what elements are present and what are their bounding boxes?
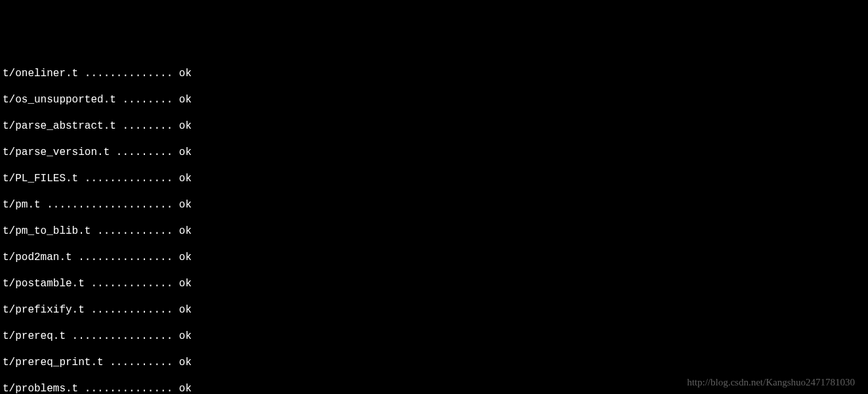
test-file: t/pm_to_blib.t	[3, 225, 91, 237]
test-file: t/prefixify.t	[3, 304, 85, 316]
test-dots: ..............	[78, 383, 179, 394]
test-file: t/parse_abstract.t	[3, 120, 116, 132]
test-status: ok	[179, 173, 192, 185]
test-result-line: t/pm.t .................... ok	[3, 198, 865, 211]
test-status: ok	[179, 146, 192, 158]
test-result-line: t/parse_abstract.t ........ ok	[3, 120, 865, 133]
test-file: t/postamble.t	[3, 278, 85, 290]
test-file: t/PL_FILES.t	[3, 173, 78, 185]
test-result-line: t/prefixify.t ............. ok	[3, 303, 865, 317]
test-dots: ....................	[41, 199, 179, 211]
test-dots: ........	[116, 120, 179, 132]
terminal-output: t/oneliner.t .............. ok t/os_unsu…	[3, 54, 865, 394]
test-result-line: t/prereq.t ................ ok	[3, 330, 865, 343]
test-file: t/oneliner.t	[3, 68, 78, 79]
test-status: ok	[179, 68, 192, 79]
test-file: t/pod2man.t	[3, 252, 72, 263]
test-dots: ..............	[78, 68, 179, 79]
watermark-text: http://blog.csdn.net/Kangshuo2471781030	[687, 376, 855, 389]
test-status: ok	[179, 94, 192, 106]
test-status: ok	[179, 225, 192, 237]
test-result-line: t/parse_version.t ......... ok	[3, 146, 865, 159]
test-dots: ............	[91, 225, 178, 237]
test-file: t/prereq.t	[3, 330, 66, 342]
test-result-line: t/prereq_print.t .......... ok	[3, 356, 865, 369]
test-result-line: t/PL_FILES.t .............. ok	[3, 172, 865, 185]
test-dots: ................	[66, 330, 179, 342]
test-status: ok	[179, 383, 192, 394]
test-dots: .........	[110, 146, 179, 158]
test-file: t/parse_version.t	[3, 146, 110, 158]
test-status: ok	[179, 278, 192, 290]
test-status: ok	[179, 330, 192, 342]
test-status: ok	[179, 252, 192, 263]
test-file: t/prereq_print.t	[3, 357, 104, 368]
test-dots: ...............	[72, 252, 179, 263]
test-result-line: t/pm_to_blib.t ............ ok	[3, 225, 865, 238]
test-dots: .............	[85, 304, 179, 316]
test-status: ok	[179, 120, 192, 132]
test-result-line: t/oneliner.t .............. ok	[3, 67, 865, 80]
test-result-line: t/os_unsupported.t ........ ok	[3, 93, 865, 106]
test-file: t/pm.t	[3, 199, 41, 211]
test-status: ok	[179, 304, 192, 316]
test-file: t/os_unsupported.t	[3, 94, 116, 106]
test-result-line: t/pod2man.t ............... ok	[3, 251, 865, 264]
test-status: ok	[179, 357, 192, 368]
test-dots: ..........	[104, 357, 179, 368]
test-dots: ........	[116, 94, 179, 106]
test-dots: .............	[85, 278, 179, 290]
test-dots: ..............	[78, 173, 179, 185]
test-status: ok	[179, 199, 192, 211]
test-result-line: t/postamble.t ............. ok	[3, 277, 865, 290]
test-file: t/problems.t	[3, 383, 78, 394]
